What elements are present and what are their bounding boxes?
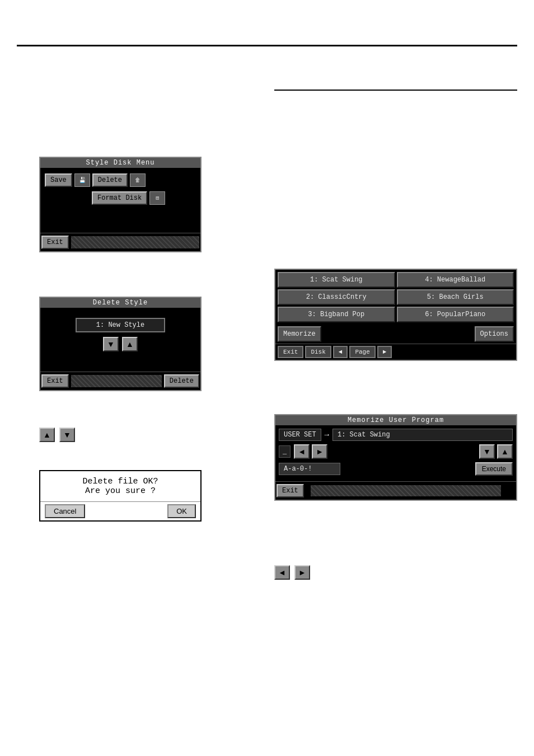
style-btn-3[interactable]: 3: Bigband Pop (278, 307, 395, 322)
delete-style-down-arrow[interactable]: ▼ (103, 337, 119, 351)
scat-swing-label: 1: Scat Swing (332, 429, 513, 441)
mp-up-arrow[interactable]: ▲ (497, 444, 513, 459)
memorize-ext-arrows: ◄ ► (274, 565, 310, 580)
mp-right-arrow[interactable]: ► (312, 444, 327, 459)
style-select-exit-button[interactable]: Exit (278, 346, 303, 358)
style-select-next-button[interactable]: ► (377, 346, 392, 358)
delete-style-delete-button[interactable]: Delete (164, 374, 199, 388)
delete-style-title: Delete Style (40, 298, 200, 308)
underscore-display: _ (279, 445, 291, 458)
style-disk-menu-title: Style Disk Menu (40, 158, 200, 168)
delete-confirm-panel: Delete file OK? Are you sure ? Cancel OK (39, 470, 202, 522)
mp-left-arrow[interactable]: ◄ (294, 444, 310, 459)
style-select-page-button[interactable]: Page (349, 346, 375, 358)
mp-down-arrow[interactable]: ▼ (479, 444, 495, 459)
save-button[interactable]: Save (45, 173, 72, 187)
delete-style-panel: Delete Style 1: New Style ▼ ▲ Exit Delet… (39, 297, 202, 391)
memorize-button[interactable]: Memorize (278, 326, 321, 342)
ext-up-arrow[interactable]: ▲ (39, 428, 55, 442)
style-btn-6[interactable]: 6: PopularPiano (397, 307, 514, 322)
memorize-ext-left-arrow[interactable]: ◄ (274, 565, 290, 580)
style-select-prev-button[interactable]: ◄ (333, 346, 348, 358)
memorize-panel: Memorize User Program USER SET → 1: Scat… (274, 414, 517, 501)
delete-style-up-arrow[interactable]: ▲ (122, 337, 138, 351)
execute-button[interactable]: Execute (475, 462, 513, 476)
mp-arrow-right: → (325, 430, 329, 439)
user-set-label: USER SET (279, 429, 321, 441)
ext-down-arrow[interactable]: ▼ (59, 428, 75, 442)
memorize-panel-title: Memorize User Program (275, 415, 516, 425)
right-rule (274, 90, 517, 91)
delete-confirm-line2: Are you sure ? (46, 486, 195, 496)
options-button[interactable]: Options (475, 326, 514, 342)
style-btn-4[interactable]: 4: NewageBallad (397, 272, 514, 288)
delete-style-exit-button[interactable]: Exit (41, 374, 69, 388)
format-disk-button[interactable]: Format Disk (92, 191, 147, 205)
delete-button[interactable]: Delete (92, 173, 128, 187)
delete-style-item: 1: New Style (76, 318, 165, 332)
style-select-panel: 1: Scat Swing 4: NewageBallad 2: Classic… (274, 269, 517, 361)
memorize-exit-button[interactable]: Exit (277, 484, 304, 497)
delete-icon: 🗑 (130, 173, 146, 187)
save-icon: 💾 (74, 173, 90, 187)
style-btn-5[interactable]: 5: Beach Girls (397, 289, 514, 305)
delete-confirm-line1: Delete file OK? (46, 477, 195, 486)
top-rule (17, 45, 517, 46)
style-disk-menu-panel: Style Disk Menu Save 💾 Delete 🗑 Format D… (39, 157, 202, 252)
mp-text-input[interactable]: A-a-0-! (279, 463, 340, 475)
style-select-disk-button[interactable]: Disk (305, 346, 331, 358)
ok-button[interactable]: OK (167, 504, 196, 518)
delete-style-ext-arrows: ▲ ▼ (39, 428, 75, 442)
style-btn-2[interactable]: 2: ClassicCntry (278, 289, 395, 305)
cancel-button[interactable]: Cancel (45, 504, 85, 518)
memorize-ext-right-arrow[interactable]: ► (294, 565, 310, 580)
style-btn-1[interactable]: 1: Scat Swing (278, 272, 395, 288)
style-disk-menu-exit-button[interactable]: Exit (41, 236, 69, 249)
delete-confirm-text: Delete file OK? Are you sure ? (40, 471, 200, 501)
format-icon: ⊞ (149, 191, 165, 205)
